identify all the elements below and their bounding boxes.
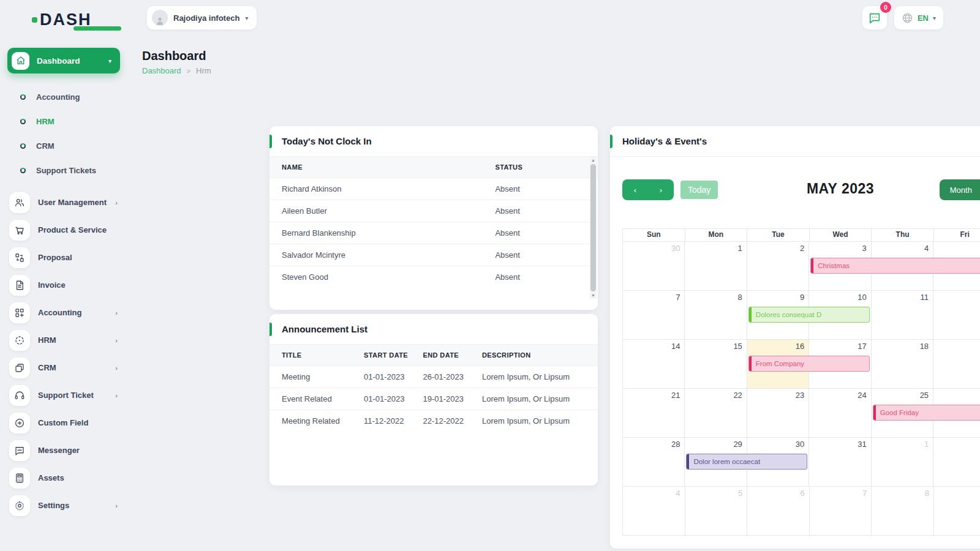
sidebar-item-dashboard[interactable]: Dashboard ▾ [7, 48, 120, 73]
message-count-badge: 0 [880, 2, 891, 13]
day-cell-19[interactable]: 19 [933, 340, 980, 388]
gear-icon [9, 495, 30, 516]
cart-icon [9, 220, 30, 241]
headset-icon [9, 385, 30, 406]
table-cell: 01-01-2023 [352, 388, 410, 410]
scrollbar-thumb[interactable] [590, 164, 596, 291]
day-cell-12[interactable]: 12 [933, 291, 980, 339]
table-row[interactable]: Meeting01-01-202326-01-2023Lorem Ipsum, … [270, 366, 598, 388]
sidebar-item-product-service[interactable]: Product & Service [0, 216, 127, 244]
scroll-up-icon[interactable]: ▲ [591, 157, 595, 163]
chevron-right-icon: › [115, 392, 118, 399]
avatar [152, 10, 168, 26]
organization-selector[interactable]: Rajodiya infotech ▾ [147, 6, 257, 29]
day-cell-2-muted[interactable]: 2 [933, 438, 980, 486]
sidebar-item-label: CRM [38, 363, 107, 372]
breadcrumb-dashboard-link[interactable]: Dashboard [142, 66, 181, 75]
sidebar-item-invoice[interactable]: Invoice [0, 271, 127, 299]
day-cell-7[interactable]: 7 [623, 291, 685, 339]
chat-bubble-icon [868, 11, 881, 24]
sidebar-subitem-support-tickets[interactable]: Support Tickets [0, 158, 127, 182]
sidebar-item-hrm[interactable]: HRM› [0, 326, 127, 354]
sidebar-item-proposal[interactable]: Proposal [0, 244, 127, 271]
table-row[interactable]: Steven GoodAbsent [270, 266, 598, 288]
day-cell-18[interactable]: 18 [872, 340, 933, 388]
day-cell-24[interactable]: 24 [809, 389, 871, 437]
calendar-week-row: 28293031123Dolor lorem occaecat [623, 437, 980, 486]
proposal-icon [9, 247, 30, 268]
dashboard-submenu: AccountingHRMCRMSupport Tickets [0, 82, 127, 186]
table-scrollbar[interactable]: ▲ ▼ [590, 157, 597, 299]
sidebar-item-label: Support Ticket [38, 391, 107, 400]
day-cell-8-muted[interactable]: 8 [872, 487, 934, 535]
sidebar-subitem-accounting[interactable]: Accounting [0, 84, 127, 109]
sidebar-subitem-label: CRM [36, 141, 55, 151]
day-cell-9-muted[interactable]: 9 [934, 487, 980, 535]
sidebar-item-settings[interactable]: Settings› [0, 492, 127, 519]
table-row[interactable]: Meeting Related11-12-202222-12-2022Lorem… [270, 410, 598, 432]
day-cell-31[interactable]: 31 [809, 438, 871, 486]
table-row[interactable]: Richard AtkinsonAbsent [270, 178, 598, 200]
day-cell-6-muted[interactable]: 6 [747, 487, 810, 535]
calendar-week-row: 30123456Christmas [623, 241, 980, 290]
day-cell-23[interactable]: 23 [747, 389, 809, 437]
day-cell-1[interactable]: 1 [685, 242, 747, 290]
sidebar-item-support-ticket[interactable]: Support Ticket› [0, 381, 127, 409]
sidebar-subitem-label: Accounting [36, 92, 80, 102]
calendar-view-switcher: MonthWeekDay [940, 179, 980, 200]
sidebar-subitem-hrm[interactable]: HRM [0, 109, 127, 133]
day-cell-28[interactable]: 28 [623, 438, 685, 486]
table-cell: 01-01-2023 [352, 366, 410, 388]
calendar-event[interactable]: Christmas [810, 258, 980, 274]
home-icon [12, 52, 29, 70]
column-header: TITLE [270, 345, 352, 366]
day-cell-2[interactable]: 2 [747, 242, 809, 290]
day-cell-7-muted[interactable]: 7 [810, 487, 872, 535]
announcement-card: Announcement List TITLESTART DATEEND DAT… [270, 314, 598, 485]
sidebar-item-accounting[interactable]: Accounting› [0, 299, 127, 326]
sidebar-item-messenger[interactable]: Messenger [0, 437, 127, 464]
table-row[interactable]: Salvador McintyreAbsent [270, 244, 598, 266]
day-cell-15[interactable]: 15 [685, 340, 747, 388]
sidebar-item-crm[interactable]: CRM› [0, 354, 127, 381]
scroll-down-icon[interactable]: ▼ [591, 292, 595, 299]
calendar-event[interactable]: Dolor lorem occaecat [686, 454, 807, 470]
day-cell-22[interactable]: 22 [685, 389, 747, 437]
table-row[interactable]: Event Related01-01-202319-01-2023Lorem I… [270, 388, 598, 410]
calendar-weeks: 30123456Christmas78910111213Dolores cons… [623, 241, 980, 535]
calendar-event[interactable]: Good Friday [873, 405, 980, 421]
sidebar-item-user-management[interactable]: User Management› [0, 189, 127, 216]
sidebar-item-label: Accounting [38, 308, 107, 317]
sidebar-item-custom-field[interactable]: Custom Field [0, 409, 127, 437]
table-row[interactable]: Bernard BlankenshipAbsent [270, 222, 598, 244]
table-cell: Salvador Mcintyre [270, 244, 483, 266]
day-cell-4-muted[interactable]: 4 [623, 487, 685, 535]
invoice-icon [9, 275, 30, 296]
sidebar-item-assets[interactable]: Assets [0, 464, 127, 492]
table-row[interactable]: Aileen ButlerAbsent [270, 200, 598, 222]
chevron-right-icon: › [115, 309, 118, 317]
crm-icon [9, 358, 30, 378]
day-cell-21[interactable]: 21 [623, 389, 685, 437]
day-cell-5-muted[interactable]: 5 [685, 487, 748, 535]
view-month-button[interactable]: Month [940, 179, 980, 200]
day-cell-11[interactable]: 11 [872, 291, 933, 339]
language-selector[interactable]: EN ▾ [894, 6, 943, 29]
bullet-ring-icon [20, 168, 26, 173]
sidebar-item-label: Proposal [38, 253, 118, 262]
table-cell: Steven Good [270, 266, 483, 288]
table-cell: Event Related [270, 388, 352, 410]
table-cell: 22-12-2022 [410, 410, 469, 432]
calendar-event[interactable]: Dolores consequat D [748, 307, 870, 323]
day-cell-30-muted[interactable]: 30 [623, 242, 685, 290]
column-header: NAME [270, 157, 483, 178]
day-cell-14[interactable]: 14 [623, 340, 685, 388]
hrm-icon [9, 330, 30, 351]
calculator-icon [9, 468, 30, 489]
day-cell-8[interactable]: 8 [685, 291, 747, 339]
calendar-event[interactable]: From Company [748, 356, 870, 372]
table-cell: Meeting Related [270, 410, 352, 432]
sidebar-subitem-crm[interactable]: CRM [0, 133, 127, 158]
day-cell-1-muted[interactable]: 1 [872, 438, 933, 486]
messages-button[interactable]: 0 [862, 6, 887, 29]
